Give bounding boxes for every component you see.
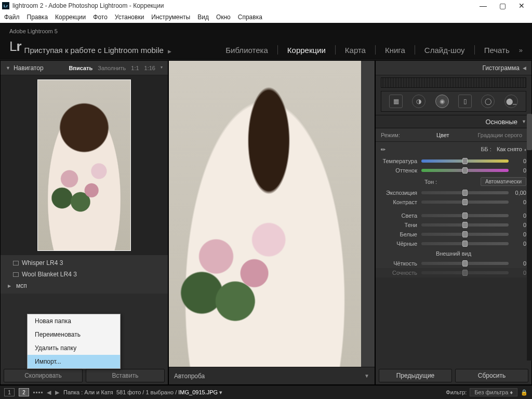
preset-folder[interactable]: ▶мсп — [1, 280, 168, 291]
loupe-view[interactable] — [169, 61, 375, 367]
module-book[interactable]: Книга — [385, 46, 405, 55]
zoom-ratio[interactable]: 1:16 — [144, 65, 155, 71]
menu-tools[interactable]: Инструменты — [151, 14, 190, 21]
eyedropper-icon[interactable]: ✎ — [379, 143, 391, 155]
filmstrip-toolbar: 1 2 ◀ ▶ Папка : Али и Катя 581 фото / 1 … — [0, 385, 532, 399]
navigator-header[interactable]: ▼ Навигатор Вписать Заполнить 1:1 1:16 ▾ — [1, 61, 168, 75]
preset-icon — [13, 261, 19, 265]
app-menubar: Файл Правка Коррекции Фото Установки Инс… — [0, 11, 532, 23]
ctx-delete-folder[interactable]: Удалить папку — [28, 341, 120, 355]
reset-button[interactable]: Сбросить — [455, 369, 528, 382]
screen-2[interactable]: 2 — [19, 388, 29, 396]
center-panel: Автопроба ▼ — [168, 60, 375, 385]
zoom-1to1[interactable]: 1:1 — [131, 65, 139, 71]
auto-tone-button[interactable]: Автоматически — [481, 177, 526, 186]
navigator-preview[interactable] — [1, 75, 168, 255]
app-icon: Lr — [2, 2, 9, 9]
breadcrumb[interactable]: Папка : Али и Катя 581 фото / 1 выбрано … — [63, 389, 222, 396]
maximize-icon[interactable]: ▢ — [499, 2, 506, 10]
previous-button[interactable]: Предыдущие — [379, 369, 452, 382]
slider-blacks[interactable]: Чёрные0 — [376, 239, 531, 248]
menu-edit[interactable]: Правка — [27, 14, 48, 21]
disclosure-triangle-icon: ▼ — [522, 119, 526, 124]
slider-highlights[interactable]: Света0 — [376, 211, 531, 220]
histogram-display — [381, 77, 526, 88]
soft-proof-label: Автопроба — [174, 373, 205, 380]
module-develop[interactable]: Коррекции — [287, 46, 326, 55]
chevron-down-icon[interactable]: ▼ — [364, 373, 369, 379]
zoom-fill[interactable]: Заполнить — [98, 65, 126, 71]
module-print[interactable]: Печать — [484, 46, 510, 55]
menu-develop[interactable]: Коррекции — [55, 14, 86, 21]
ctx-rename[interactable]: Переименовать — [28, 328, 120, 341]
module-library[interactable]: Библиотека — [225, 46, 268, 55]
filter-label: Фильтр: — [446, 389, 467, 395]
spot-tool-icon[interactable]: ◑ — [412, 95, 425, 108]
copy-settings-button[interactable]: Скопировать — [4, 369, 83, 382]
menu-help[interactable]: Справка — [238, 14, 262, 21]
paste-settings-button[interactable]: Вставить — [86, 369, 165, 382]
context-menu: Новая папка Переименовать Удалить папку … — [27, 314, 121, 369]
chevron-right-icon: ▶ — [168, 49, 171, 54]
soft-proof-bar[interactable]: Автопроба ▼ — [169, 367, 375, 384]
crop-tool-icon[interactable]: ▦ — [389, 95, 403, 108]
slider-exposure[interactable]: Экспозиция0,00 — [376, 188, 531, 197]
window-titlebar: Lr lightroom 2 - Adobe Photoshop Lightro… — [0, 0, 532, 11]
white-balance-row: ✎ ББ : Как снято♦ — [376, 142, 531, 156]
menu-view[interactable]: Вид — [197, 14, 209, 21]
filter-dropdown[interactable]: Без фильтра ♦ — [470, 388, 517, 396]
slider-temperature[interactable]: Температура0 — [376, 156, 531, 166]
preset-list: Whisper LR4 3 Wool Blanket LR4 3 ▶мсп — [1, 255, 168, 294]
right-panel-scrollbar[interactable] — [527, 114, 532, 361]
slider-clarity[interactable]: Чёткость0 — [376, 259, 531, 268]
slider-vibrance[interactable]: Сочность0 — [376, 268, 531, 277]
ctx-import[interactable]: Импорт... — [28, 355, 120, 368]
brush-tool-icon[interactable]: ⬤⎯ — [504, 95, 518, 108]
histogram-title: Гистограмма — [483, 64, 520, 72]
tone-header: Тон : Автоматически — [376, 175, 531, 188]
grid-view-icon[interactable] — [33, 392, 43, 393]
right-panel: Гистограмма ◀ ▦ ◑ ◉ ▯ ◯ ⬤⎯ Основные ▼ Ре… — [375, 60, 532, 385]
zoom-fit[interactable]: Вписать — [69, 65, 92, 71]
lightroom-mobile-link[interactable]: Приступая к работе с Lightroom mobile▶ — [24, 46, 171, 55]
disclosure-triangle-icon: ◀ — [523, 65, 526, 71]
basics-title: Основные — [485, 118, 517, 126]
redeye-tool-icon[interactable]: ◉ — [435, 95, 449, 108]
nav-fwd-icon[interactable]: ▶ — [55, 389, 59, 396]
nav-back-icon[interactable]: ◀ — [47, 389, 51, 396]
radial-tool-icon[interactable]: ◯ — [481, 95, 495, 108]
screen-1[interactable]: 1 — [4, 388, 15, 396]
brand-line: Adobe Lightroom 5 — [9, 28, 58, 34]
disclosure-triangle-icon: ▼ — [6, 65, 10, 71]
module-slideshow[interactable]: Слайд-шоу — [424, 46, 465, 55]
preset-item[interactable]: Wool Blanket LR4 3 — [1, 269, 168, 280]
identity-plate: Adobe Lightroom 5 Lr Приступая к работе … — [0, 23, 532, 60]
menu-settings[interactable]: Установки — [115, 14, 144, 21]
preset-item[interactable]: Whisper LR4 3 — [1, 257, 168, 269]
histogram-header[interactable]: Гистограмма ◀ — [376, 61, 531, 75]
modules-more-icon[interactable]: » — [519, 46, 523, 54]
basics-header[interactable]: Основные ▼ — [376, 115, 531, 128]
minimize-icon[interactable]: — — [480, 2, 487, 10]
slider-tint[interactable]: Оттенок0 — [376, 166, 531, 175]
menu-photo[interactable]: Фото — [93, 14, 108, 21]
treatment-color[interactable]: Цвет — [432, 132, 454, 138]
chevron-down-icon[interactable]: ▾ — [161, 65, 163, 71]
treatment-bw[interactable]: Градации серого — [474, 132, 527, 138]
treatment-row: Режим: Цвет Градации серого — [376, 128, 531, 142]
close-icon[interactable]: ✕ — [518, 2, 525, 10]
menu-window[interactable]: Окно — [216, 14, 231, 21]
ctx-new-folder[interactable]: Новая папка — [28, 314, 120, 328]
filter-lock-icon[interactable]: 🔒 — [521, 389, 528, 396]
menu-file[interactable]: Файл — [4, 14, 20, 21]
preset-icon — [13, 272, 19, 277]
slider-contrast[interactable]: Контраст0 — [376, 197, 531, 207]
tool-strip: ▦ ◑ ◉ ▯ ◯ ⬤⎯ — [381, 91, 526, 112]
module-map[interactable]: Карта — [345, 46, 366, 55]
slider-whites[interactable]: Белые0 — [376, 230, 531, 239]
slider-shadows[interactable]: Тени0 — [376, 220, 531, 230]
gradient-tool-icon[interactable]: ▯ — [458, 95, 472, 108]
chevron-right-icon: ▶ — [8, 284, 11, 288]
wb-preset-dropdown[interactable]: Как снято♦ — [497, 146, 526, 152]
module-picker: Библиотека Коррекции Карта Книга Слайд-ш… — [225, 45, 523, 55]
